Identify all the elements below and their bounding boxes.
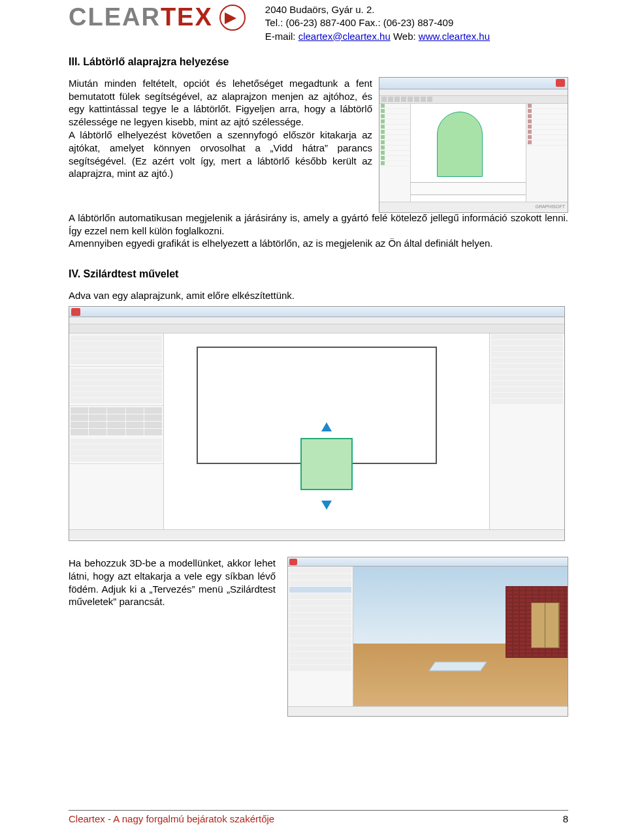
screenshot-3d-view — [287, 557, 568, 717]
door-opening — [300, 438, 353, 490]
right-panel[interactable] — [489, 334, 564, 529]
3d-viewport[interactable] — [353, 567, 568, 706]
titlebar — [288, 557, 568, 567]
logo-text-2: TEX — [161, 3, 213, 31]
statusbar: GRAPHISOFT — [379, 202, 568, 211]
section-3-para-wide: A lábtörlőn automatikusan megjelenik a j… — [69, 211, 568, 250]
page-header: CLEARTEX 2040 Budaörs, Gyár u. 2. Tel.: … — [69, 0, 568, 48]
footer-tagline: Cleartex - A nagy forgalmú bejáratok sza… — [69, 813, 274, 824]
statusbar — [288, 706, 568, 715]
section-3-para: Miután minden feltételt, opciót és lehet… — [69, 77, 372, 180]
close-icon[interactable] — [71, 308, 80, 316]
left-panel[interactable] — [288, 567, 353, 706]
door — [531, 602, 560, 648]
section-4-3d-para: Ha behozzuk 3D-be a modellünket, akkor l… — [69, 557, 276, 608]
close-icon[interactable] — [556, 79, 565, 87]
email-link[interactable]: cleartex@cleartex.hu — [298, 31, 391, 42]
tool-palette[interactable] — [69, 406, 163, 437]
toolbar[interactable] — [69, 324, 564, 334]
titlebar — [379, 78, 568, 89]
screenshot-floorplan-large — [69, 306, 565, 541]
right-panel[interactable] — [526, 104, 568, 202]
tel-line: Tel.: (06-23) 887-400 Fax.: (06-23) 887-… — [265, 16, 490, 29]
floor-line — [411, 182, 526, 195]
drawing-canvas[interactable] — [411, 104, 526, 202]
doormat — [428, 662, 487, 671]
menubar[interactable] — [379, 89, 568, 96]
menu-item-highlighted[interactable] — [289, 587, 351, 593]
section-4-title: IV. Szilárdtest művelet — [69, 268, 568, 280]
address-line: 2040 Budaörs, Gyár u. 2. — [265, 3, 490, 16]
left-panel[interactable] — [379, 104, 411, 202]
statusbar — [69, 529, 564, 538]
arrow-down-icon — [321, 501, 332, 510]
web-link[interactable]: www.cleartex.hu — [419, 31, 490, 42]
screenshot-floorplan-small: GRAPHISOFT — [379, 77, 568, 213]
graphisoft-label: GRAPHISOFT — [535, 204, 565, 209]
menubar[interactable] — [69, 317, 564, 324]
close-icon[interactable] — [289, 559, 297, 565]
drawing-canvas[interactable] — [164, 334, 489, 529]
doormat-shape — [437, 112, 483, 177]
logo: CLEARTEX — [69, 3, 246, 31]
left-panel[interactable] — [69, 334, 164, 529]
logo-arrow-icon — [219, 5, 246, 31]
page-number: 8 — [563, 813, 568, 824]
titlebar — [69, 307, 564, 317]
contact-block: 2040 Budaörs, Gyár u. 2. Tel.: (06-23) 8… — [265, 3, 490, 43]
toolbar[interactable] — [379, 96, 568, 104]
arrow-up-icon — [321, 422, 332, 431]
section-3-title: III. Lábtörlő alaprajzra helyezése — [69, 56, 568, 68]
section-4-intro: Adva van egy alaprajzunk, amit előre elk… — [69, 289, 568, 302]
logo-text-1: CLEAR — [69, 3, 161, 31]
page-footer: Cleartex - A nagy forgalmú bejáratok sza… — [69, 810, 568, 824]
email-web-line: E-mail: cleartex@cleartex.hu Web: www.cl… — [265, 30, 490, 43]
